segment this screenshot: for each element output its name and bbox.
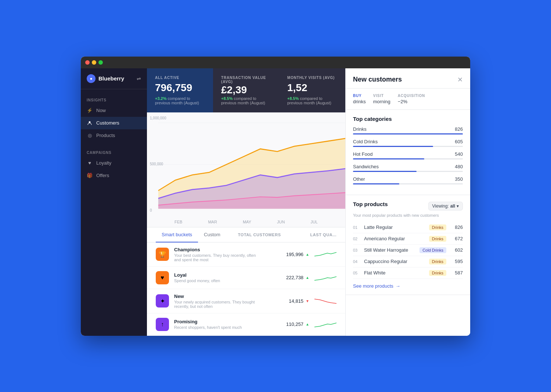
panel-close-button[interactable]: ✕	[457, 76, 463, 84]
chart-label-may: MAY	[243, 220, 251, 224]
stat-card-visits: Monthly Visits (Avg) 1,52 +8.5% compared…	[279, 68, 345, 112]
category-bar-sandwiches	[353, 171, 417, 172]
new-count: 14,815 ▼	[262, 298, 309, 304]
category-bar-drinks	[353, 133, 463, 134]
sidebar-item-offers[interactable]: 🎁 Offers	[81, 169, 147, 182]
maximize-traffic-light[interactable]	[98, 60, 103, 65]
category-name-cold-drinks: Cold Drinks	[353, 139, 378, 144]
tag-acquisition-label: ACQUISITION	[398, 94, 425, 98]
category-name-hot-food: Hot Food	[353, 151, 372, 157]
category-row-cold-drinks: Cold Drinks 605	[353, 139, 463, 147]
stat-value-visits: 1,52	[287, 83, 337, 93]
product-name-5: Flat White	[364, 270, 425, 276]
category-row-hot-food: Hot Food 540	[353, 151, 463, 159]
tab-custom[interactable]: Custom	[198, 227, 226, 242]
hamburger-icon[interactable]: ⇌	[137, 76, 141, 82]
tag-visit: VISIT morning	[373, 94, 390, 104]
titlebar	[81, 57, 470, 68]
right-panel: New customers ✕ BUY drinks VISIT morning…	[345, 68, 470, 336]
champions-desc: Your best customers. They buy recently, …	[174, 253, 256, 262]
sidebar-item-customers-label: Customers	[96, 120, 119, 126]
top-products-header: Top products Viewing: all ▾	[353, 201, 463, 212]
viewing-selector[interactable]: Viewing: all ▾	[428, 202, 463, 211]
col-last-quarter: Last qua...	[310, 233, 336, 237]
chart-y-mid: 500,000	[150, 162, 166, 166]
campaigns-section-label: Campaigns	[81, 148, 147, 157]
loyal-info: Loyal Spend good money, often	[174, 272, 256, 283]
new-desc: Your newly acquired customers. They boug…	[174, 300, 256, 309]
champions-trend: ▲	[306, 252, 309, 256]
product-count-2: 672	[450, 236, 463, 241]
bucket-row-new[interactable]: ✦ New Your newly acquired customers. The…	[147, 289, 345, 313]
sidebar-logo: ● Blueberry ⇌	[81, 74, 147, 89]
svg-point-0	[89, 121, 91, 123]
sidebar-item-offers-label: Offers	[96, 173, 109, 178]
sidebar-item-products-label: Products	[96, 133, 115, 138]
tab-smart-buckets[interactable]: Smart buckets	[156, 227, 198, 242]
stat-card-transaction: Transaction Value (Avg) £2,39 +8.5% comp…	[213, 68, 279, 112]
product-rank-2: 02	[353, 237, 360, 241]
category-name-other: Other	[353, 176, 365, 182]
chevron-down-icon: ▾	[457, 204, 459, 209]
product-tag-2: Drinks	[429, 236, 446, 242]
bucket-row-promising[interactable]: ↑ Promising Recent shoppers, haven't spe…	[147, 313, 345, 336]
promising-icon: ↑	[156, 318, 169, 331]
bucket-row-champions[interactable]: 🏆 Champions Your best customers. They bu…	[147, 242, 345, 267]
product-name-4: Cappuccino Regular	[364, 259, 425, 264]
see-more-products-link[interactable]: See more products →	[353, 283, 463, 289]
promising-sparkline	[314, 319, 336, 330]
category-count-drinks: 826	[455, 126, 463, 132]
product-row-3: 03 Still Water Harrogate Cold Drinks 602	[353, 245, 463, 256]
chart-label-jun: JUN	[277, 220, 285, 224]
new-icon: ✦	[156, 294, 169, 308]
category-name-drinks: Drinks	[353, 126, 367, 132]
category-name-sandwiches: Sandwiches	[353, 164, 379, 169]
products-subtitle: Your most popular products with new cust…	[353, 213, 463, 217]
sidebar-item-loyalty-label: Loyalty	[96, 160, 111, 166]
tag-acquisition-value: −2%	[398, 99, 425, 104]
champions-info: Champions Your best customers. They buy …	[174, 247, 256, 262]
sidebar-item-products[interactable]: ◎ Products	[81, 129, 147, 142]
product-tag-3: Cold Drinks	[419, 247, 446, 253]
stat-change-transaction: +8.5% compared to previous month (August…	[221, 96, 271, 105]
main-content: All Active 796,759 +3.2% compared to pre…	[147, 68, 345, 336]
category-bar-hot-food	[353, 158, 424, 159]
stat-change-active: +3.2% compared to previous month (August…	[155, 96, 205, 105]
minimize-traffic-light[interactable]	[92, 60, 96, 65]
product-name-2: Americano Regular	[364, 236, 425, 241]
close-traffic-light[interactable]	[85, 60, 90, 65]
champions-count: 195,996 ▲	[262, 252, 309, 257]
logo-icon: ●	[87, 74, 96, 83]
product-name-3: Still Water Harrogate	[364, 247, 416, 253]
top-categories-title: Top categories	[353, 116, 463, 122]
products-icon: ◎	[87, 133, 93, 139]
loyal-name: Loyal	[174, 272, 256, 278]
new-info: New Your newly acquired customers. They …	[174, 294, 256, 309]
loyal-count: 222,738 ▲	[262, 275, 309, 280]
chart-area: 1,000,000 500,000 0	[147, 112, 345, 227]
tabs-row: Smart buckets Custom Total customers Las…	[147, 227, 345, 242]
sidebar-item-loyalty[interactable]: ♥ Loyalty	[81, 157, 147, 169]
loyal-sparkline	[314, 272, 336, 283]
tag-visit-label: VISIT	[373, 94, 390, 98]
stats-row: All Active 796,759 +3.2% compared to pre…	[147, 68, 345, 112]
category-count-hot-food: 540	[455, 151, 463, 157]
product-tag-1: Drinks	[429, 224, 446, 230]
chart-svg	[147, 112, 345, 227]
chart-y-bottom: 0	[150, 208, 166, 212]
product-row-5: 05 Flat White Drinks 587	[353, 267, 463, 279]
panel-title: New customers	[353, 76, 402, 83]
sidebar-item-now[interactable]: ⚡ Now	[81, 104, 147, 117]
new-name: New	[174, 294, 256, 299]
product-name-1: Latte Regular	[364, 224, 425, 230]
new-trend: ▼	[306, 299, 309, 303]
product-tag-4: Drinks	[429, 259, 446, 265]
category-row-sandwiches: Sandwiches 480	[353, 164, 463, 172]
tag-buy-value: drinks	[353, 99, 366, 104]
product-count-4: 595	[450, 259, 463, 264]
sidebar-item-customers[interactable]: Customers	[81, 117, 147, 129]
bucket-row-loyal[interactable]: ♥ Loyal Spend good money, often 222,738 …	[147, 267, 345, 289]
product-row-4: 04 Cappuccino Regular Drinks 595	[353, 256, 463, 267]
gift-icon: 🎁	[87, 173, 93, 179]
loyal-icon: ♥	[156, 271, 169, 284]
